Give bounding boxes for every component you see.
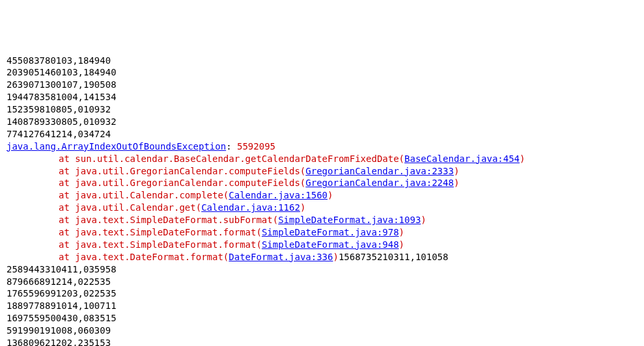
stack-method: java.util.GregorianCalendar.computeField…: [75, 178, 305, 188]
source-link[interactable]: SimpleDateFormat.java:1093: [278, 215, 421, 225]
stack-frame: at java.util.Calendar.get(Calendar.java:…: [7, 202, 637, 214]
stack-frame: at java.text.SimpleDateFormat.subFormat(…: [7, 214, 637, 226]
stack-suffix: ): [520, 153, 525, 164]
stack-suffix: ): [454, 178, 459, 188]
stack-frame: at java.text.SimpleDateFormat.format(Sim…: [7, 226, 637, 239]
output-line: 1765596991203,022535: [7, 287, 637, 300]
at-keyword: at: [59, 178, 75, 188]
stack-suffix: ): [421, 215, 426, 225]
at-keyword: at: [59, 202, 75, 213]
output-line: 2039051460103,184940: [7, 66, 637, 79]
output-line: 1889778891014,100711: [7, 300, 637, 312]
stack-method: java.text.SimpleDateFormat.subFormat(: [75, 215, 278, 225]
at-keyword: at: [59, 239, 75, 250]
source-link[interactable]: SimpleDateFormat.java:978: [262, 227, 399, 237]
stack-suffix: ): [454, 166, 459, 176]
at-keyword: at: [59, 190, 75, 200]
output-line: 879666891214,022535: [7, 276, 637, 288]
source-link[interactable]: GregorianCalendar.java:2333: [305, 166, 454, 176]
stack-method: java.text.SimpleDateFormat.format(: [75, 227, 262, 237]
at-keyword: at: [59, 227, 75, 237]
stack-frame: at sun.util.calendar.BaseCalendar.getCal…: [7, 153, 637, 165]
exception-class-link[interactable]: java.lang.ArrayIndexOutOfBoundsException: [7, 141, 226, 152]
stack-frame: at java.util.Calendar.complete(Calendar.…: [7, 189, 637, 202]
output-line: 2589443310411,035958: [7, 263, 637, 276]
stack-method: java.util.Calendar.complete(: [75, 190, 229, 200]
output-line: 2639071300107,190508: [7, 79, 637, 91]
stack-suffix: ): [333, 252, 338, 262]
output-line: 455083780103,184940: [7, 55, 637, 67]
output-line: 774127641214,034724: [7, 128, 637, 140]
at-keyword: at: [59, 215, 75, 225]
stack-suffix: ): [399, 227, 404, 237]
output-line: 1408789330805,010932: [7, 116, 637, 128]
at-keyword: at: [59, 252, 75, 262]
output-line: 1944783581004,141534: [7, 91, 637, 103]
inline-output: 1568735210311,101058: [339, 252, 449, 262]
stack-frame: at java.util.GregorianCalendar.computeFi…: [7, 177, 637, 189]
source-link[interactable]: BaseCalendar.java:454: [404, 153, 520, 164]
stack-method: java.util.GregorianCalendar.computeField…: [75, 166, 305, 176]
source-link[interactable]: SimpleDateFormat.java:948: [262, 239, 399, 250]
stack-method: java.text.DateFormat.format(: [75, 252, 229, 262]
stack-frame: at java.text.SimpleDateFormat.format(Sim…: [7, 239, 637, 251]
source-link[interactable]: Calendar.java:1560: [229, 190, 328, 200]
stack-suffix: ): [300, 202, 305, 213]
source-link[interactable]: DateFormat.java:336: [229, 252, 333, 262]
stack-method: sun.util.calendar.BaseCalendar.getCalend…: [75, 153, 404, 164]
stack-frame: at java.util.GregorianCalendar.computeFi…: [7, 165, 637, 178]
stack-method: java.text.SimpleDateFormat.format(: [75, 239, 262, 250]
source-link[interactable]: Calendar.java:1162: [201, 202, 300, 213]
stack-suffix: ): [328, 190, 333, 200]
output-line: 152359810805,010932: [7, 103, 637, 116]
stack-method: java.util.Calendar.get(: [75, 202, 201, 213]
output-line: 591990191008,060309: [7, 325, 637, 337]
console-output: 455083780103,1849402039051460103,1849402…: [7, 55, 637, 346]
exception-header: java.lang.ArrayIndexOutOfBoundsException…: [7, 140, 637, 153]
at-keyword: at: [59, 166, 75, 176]
at-keyword: at: [59, 153, 75, 164]
stack-frame: at java.text.DateFormat.format(DateForma…: [7, 251, 637, 263]
output-line: 1697559500430,083515: [7, 312, 637, 325]
output-line: 136809621202,235153: [7, 337, 637, 346]
source-link[interactable]: GregorianCalendar.java:2248: [305, 178, 454, 188]
stack-suffix: ): [399, 239, 404, 250]
exception-message: 5592095: [237, 141, 275, 152]
